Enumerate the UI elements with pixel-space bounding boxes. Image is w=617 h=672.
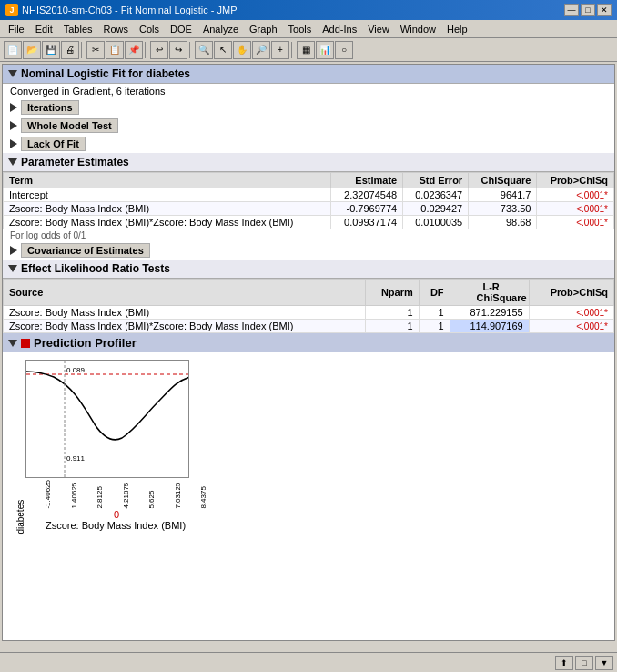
menu-item-graph[interactable]: Graph: [245, 23, 282, 36]
estimate-cell: -0.7969774: [331, 202, 403, 216]
status-btn-up[interactable]: ⬆: [555, 656, 573, 670]
eff-prob-cell: <.0001*: [529, 306, 613, 320]
df-cell: 1: [419, 306, 450, 320]
term-cell: Zscore: Body Mass Index (BMI): [4, 202, 331, 216]
new-btn[interactable]: 📄: [4, 41, 22, 59]
effect-likelihood-title: Effect Likelihood Ratio Tests: [21, 262, 170, 275]
covariance-row[interactable]: Covariance of Estimates: [3, 241, 614, 260]
table-row: Zscore: Body Mass Index (BMI)*Zscore: Bo…: [4, 216, 614, 229]
menu-bar: FileEditTablesRowsColsDOEAnalyzeGraphToo…: [0, 20, 617, 38]
close-button[interactable]: ✕: [597, 4, 612, 16]
x-label-5: 7.03125: [174, 480, 182, 509]
effect-likelihood-table: Source Nparm DF L-R ChiSquare Prob>ChiSq…: [3, 279, 614, 333]
status-btn-square[interactable]: □: [575, 656, 593, 670]
menu-item-rows[interactable]: Rows: [99, 23, 134, 36]
status-btn-down[interactable]: ▼: [595, 656, 613, 670]
window-controls: — □ ✕: [564, 4, 612, 16]
menu-item-tables[interactable]: Tables: [59, 23, 97, 36]
covariance-label: Covariance of Estimates: [21, 243, 150, 258]
df-cell: 1: [419, 320, 450, 333]
chi-square-cell: 733.50: [469, 202, 537, 216]
save-btn[interactable]: 💾: [42, 41, 60, 59]
term-cell: Intercept: [4, 188, 331, 202]
converged-text: Converged in Gradient, 6 iterations: [3, 84, 614, 98]
prediction-profiler-header[interactable]: Prediction Profiler: [3, 333, 614, 352]
col-prob: Prob>ChiSq: [537, 173, 614, 188]
lr-chi-cell: 114.907169: [450, 320, 529, 333]
table-row: Zscore: Body Mass Index (BMI) 1 1 871.22…: [4, 306, 614, 320]
paste-btn[interactable]: 📌: [125, 41, 143, 59]
main-section-title: Nominal Logistic Fit for diabetes: [21, 67, 190, 80]
main-content: Nominal Logistic Fit for diabetes Conver…: [2, 64, 615, 641]
iterations-row[interactable]: Iterations: [3, 98, 614, 117]
redo-btn[interactable]: ↪: [169, 41, 187, 59]
param-estimates-table: Term Estimate Std Error ChiSquare Prob>C…: [3, 172, 614, 229]
param-estimates-title: Parameter Estimates: [21, 156, 129, 168]
std-error-cell: 0.029427: [403, 202, 469, 216]
chart-container: diabetes 0.089: [14, 360, 603, 535]
menu-item-cols[interactable]: Cols: [135, 23, 164, 36]
minimize-button[interactable]: —: [564, 4, 579, 16]
shape-btn[interactable]: ○: [335, 41, 353, 59]
eff-col-df: DF: [419, 280, 450, 306]
estimate-cell: 2.32074548: [331, 188, 403, 202]
copy-btn[interactable]: 📋: [106, 41, 124, 59]
col-estimate: Estimate: [331, 173, 403, 188]
cut-btn[interactable]: ✂: [86, 41, 105, 59]
iterations-triangle: [10, 103, 17, 112]
window-title: NHIS2010-sm-Ch03 - Fit Nominal Logistic …: [22, 5, 238, 15]
zoom-btn[interactable]: 🔍: [195, 41, 213, 59]
undo-btn[interactable]: ↩: [150, 41, 168, 59]
plus-btn[interactable]: +: [271, 41, 289, 59]
source-cell: Zscore: Body Mass Index (BMI)*Zscore: Bo…: [4, 320, 366, 333]
profiler-section: diabetes 0.089: [3, 352, 614, 542]
x-label-6: 8.4375: [199, 480, 207, 509]
menu-item-window[interactable]: Window: [396, 23, 440, 36]
hand-btn[interactable]: ✋: [233, 41, 251, 59]
x-value: 0: [25, 509, 207, 520]
select-btn[interactable]: ↖: [214, 41, 232, 59]
menu-item-doe[interactable]: DOE: [166, 23, 197, 36]
sep4: [291, 42, 295, 58]
menu-item-add-ins[interactable]: Add-Ins: [318, 23, 361, 36]
profiler-triangle: [8, 340, 17, 347]
param-estimates-header: Parameter Estimates: [3, 153, 614, 172]
menu-item-analyze[interactable]: Analyze: [198, 23, 243, 36]
std-error-cell: 0.0236347: [403, 188, 469, 202]
status-bar: ⬆ □ ▼: [0, 652, 617, 672]
svg-rect-0: [26, 361, 189, 478]
col-term: Term: [4, 173, 331, 188]
x-label-4: 5.625: [147, 480, 156, 509]
menu-item-edit[interactable]: Edit: [31, 23, 57, 36]
open-btn[interactable]: 📂: [23, 41, 41, 59]
menu-item-help[interactable]: Help: [442, 23, 472, 36]
menu-item-view[interactable]: View: [363, 23, 394, 36]
menu-item-file[interactable]: File: [4, 23, 29, 36]
table-row: Zscore: Body Mass Index (BMI)*Zscore: Bo…: [4, 320, 614, 333]
maximize-button[interactable]: □: [581, 4, 595, 16]
col-std-error: Std Error: [403, 173, 469, 188]
eff-col-prob: Prob>ChiSq: [529, 280, 613, 306]
collapse-icon[interactable]: [8, 70, 17, 77]
main-section-header: Nominal Logistic Fit for diabetes: [3, 65, 614, 84]
print-btn[interactable]: 🖨: [61, 41, 79, 59]
zoom2-btn[interactable]: 🔎: [252, 41, 270, 59]
app-icon: J: [5, 4, 18, 16]
table-row: Zscore: Body Mass Index (BMI) -0.7969774…: [4, 202, 614, 216]
whole-model-row[interactable]: Whole Model Test: [3, 117, 614, 135]
effect-likelihood-icon[interactable]: [8, 265, 17, 272]
menu-item-tools[interactable]: Tools: [284, 23, 317, 36]
param-estimates-icon[interactable]: [8, 158, 17, 166]
lack-of-fit-row[interactable]: Lack Of Fit: [3, 135, 614, 153]
profiler-red-icon: [21, 339, 30, 348]
iterations-label: Iterations: [21, 100, 79, 115]
std-error-cell: 0.0100035: [403, 216, 469, 229]
x-label-0: -1.40625: [44, 480, 52, 509]
covariance-triangle: [10, 246, 17, 255]
x-label-3: 4.21875: [122, 480, 130, 509]
chart-btn[interactable]: 📊: [316, 41, 334, 59]
chart-area[interactable]: 0.089 0.911: [25, 360, 189, 478]
nparm-cell: 1: [366, 320, 420, 333]
toolbar: 📄 📂 💾 🖨 ✂ 📋 📌 ↩ ↪ 🔍 ↖ ✋ 🔎 + ▦ 📊 ○: [0, 38, 617, 62]
table-btn[interactable]: ▦: [297, 41, 315, 59]
